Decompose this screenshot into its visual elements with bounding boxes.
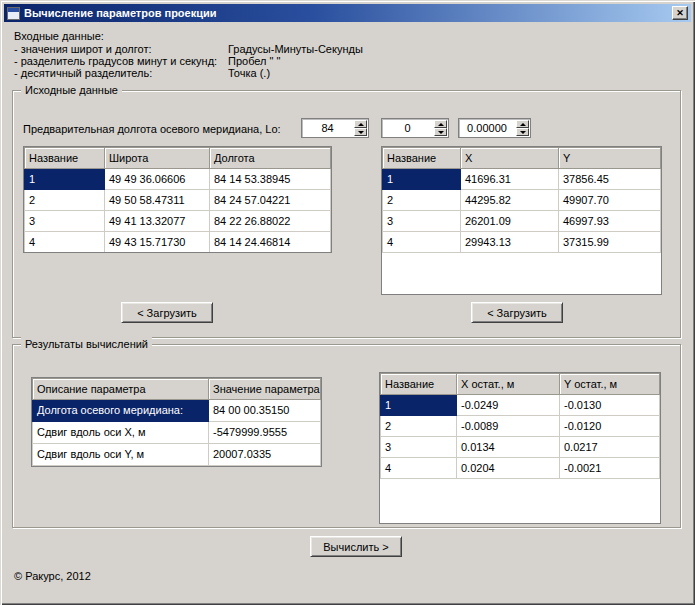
cell[interactable]: 3 bbox=[383, 211, 461, 232]
cell[interactable]: 0.0204 bbox=[457, 458, 560, 479]
cell[interactable]: 37315.99 bbox=[559, 232, 661, 253]
spinner-down-button[interactable] bbox=[434, 128, 447, 136]
cell[interactable]: 4 bbox=[383, 232, 461, 253]
cell[interactable]: 44295.82 bbox=[461, 190, 559, 211]
cell[interactable]: 49 43 15.71730 bbox=[105, 232, 210, 253]
cell[interactable]: 49 41 13.32077 bbox=[105, 211, 210, 232]
table-row[interactable]: Сдвиг вдоль оси Y, м 20007.0335 bbox=[33, 444, 321, 466]
lo-degrees-value[interactable]: 84 bbox=[302, 119, 353, 137]
title-bar[interactable]: Вычисление параметров проекции ✕ bbox=[4, 4, 691, 22]
cell[interactable]: 4 bbox=[25, 232, 105, 253]
table-row[interactable]: 2 49 50 58.47311 84 24 57.04221 bbox=[25, 190, 331, 211]
table-header-row: Название Широта Долгота bbox=[25, 148, 331, 169]
cell[interactable]: Сдвиг вдоль оси X, м bbox=[33, 422, 209, 444]
cell-selected[interactable]: Долгота осевого меридиана: bbox=[33, 400, 209, 422]
column-header[interactable]: Долгота bbox=[210, 148, 331, 169]
table-row[interactable]: 2 44295.82 49907.70 bbox=[383, 190, 661, 211]
cell[interactable]: 3 bbox=[25, 211, 105, 232]
column-header[interactable]: Описание параметра bbox=[33, 379, 209, 400]
table-row[interactable]: 4 0.0204 -0.0021 bbox=[381, 458, 660, 479]
close-button[interactable]: ✕ bbox=[672, 6, 688, 20]
table-row[interactable]: 2 -0.0089 -0.0120 bbox=[381, 416, 660, 437]
xy-coordinates-table[interactable]: Название X Y 1 41696.31 37856.45 2 44295… bbox=[381, 146, 662, 295]
cell[interactable]: 49 50 58.47311 bbox=[105, 190, 210, 211]
cell[interactable]: 0.0217 bbox=[560, 437, 660, 458]
cell[interactable]: 37856.45 bbox=[559, 169, 661, 190]
table-row[interactable]: Долгота осевого меридиана: 84 00 00.3515… bbox=[33, 400, 321, 422]
cell[interactable]: -0.0021 bbox=[560, 458, 660, 479]
table-header-row: Описание параметра Значение параметра bbox=[33, 379, 321, 400]
cell[interactable]: 49907.70 bbox=[559, 190, 661, 211]
info-value: Пробел " " bbox=[228, 55, 280, 67]
cell[interactable]: -0.0249 bbox=[457, 395, 560, 416]
load-geo-button[interactable]: < Загрузить bbox=[121, 302, 213, 323]
cell-selected[interactable]: 1 bbox=[25, 169, 105, 190]
info-line: - значения широт и долгот: Градусы-Минут… bbox=[14, 43, 634, 55]
cell[interactable]: -0.0130 bbox=[560, 395, 660, 416]
column-header[interactable]: Широта bbox=[105, 148, 210, 169]
triangle-down-icon bbox=[520, 131, 526, 134]
info-line: - разделитель градусов минут и секунд: П… bbox=[14, 55, 634, 67]
cell[interactable]: 41696.31 bbox=[461, 169, 559, 190]
column-header[interactable]: X bbox=[461, 148, 559, 169]
spinner-buttons bbox=[433, 119, 448, 137]
lo-seconds-spinner[interactable]: 0.00000 bbox=[458, 118, 531, 138]
table-row[interactable]: 3 26201.09 46997.93 bbox=[383, 211, 661, 232]
cell[interactable]: Сдвиг вдоль оси Y, м bbox=[33, 444, 209, 466]
copyright-text: © Ракурс, 2012 bbox=[14, 570, 91, 582]
cell[interactable]: 29943.13 bbox=[461, 232, 559, 253]
lo-minutes-spinner[interactable]: 0 bbox=[381, 118, 449, 138]
cell[interactable]: 2 bbox=[383, 190, 461, 211]
dialog-window: Вычисление параметров проекции ✕ Входные… bbox=[0, 0, 695, 605]
table-row[interactable]: 4 29943.13 37315.99 bbox=[383, 232, 661, 253]
cell[interactable]: -0.0089 bbox=[457, 416, 560, 437]
cell[interactable]: 20007.0335 bbox=[209, 444, 321, 466]
table-row[interactable]: 1 41696.31 37856.45 bbox=[383, 169, 661, 190]
cell[interactable]: 84 22 26.88022 bbox=[210, 211, 331, 232]
cell[interactable]: 26201.09 bbox=[461, 211, 559, 232]
table-row[interactable]: 3 49 41 13.32077 84 22 26.88022 bbox=[25, 211, 331, 232]
spinner-down-button[interactable] bbox=[516, 128, 529, 136]
spinner-up-button[interactable] bbox=[516, 120, 529, 128]
cell[interactable]: 2 bbox=[25, 190, 105, 211]
column-header[interactable]: Значение параметра bbox=[209, 379, 321, 400]
column-header[interactable]: Название bbox=[383, 148, 461, 169]
parameters-table[interactable]: Описание параметра Значение параметра До… bbox=[31, 377, 322, 467]
column-header[interactable]: Y остат., м bbox=[560, 374, 660, 395]
cell[interactable]: 2 bbox=[381, 416, 457, 437]
column-header[interactable]: Название bbox=[381, 374, 457, 395]
cell[interactable]: -5479999.9555 bbox=[209, 422, 321, 444]
cell[interactable]: 84 14 53.38945 bbox=[210, 169, 331, 190]
cell[interactable]: 0.0134 bbox=[457, 437, 560, 458]
lo-seconds-value[interactable]: 0.00000 bbox=[459, 119, 515, 137]
cell[interactable]: 3 bbox=[381, 437, 457, 458]
info-value: Точка (.) bbox=[228, 67, 270, 79]
table-row[interactable]: 1 -0.0249 -0.0130 bbox=[381, 395, 660, 416]
cell[interactable]: 46997.93 bbox=[559, 211, 661, 232]
cell[interactable]: 84 14 24.46814 bbox=[210, 232, 331, 253]
table-row[interactable]: Сдвиг вдоль оси X, м -5479999.9555 bbox=[33, 422, 321, 444]
table-row[interactable]: 1 49 49 36.06606 84 14 53.38945 bbox=[25, 169, 331, 190]
cell-selected[interactable]: 1 bbox=[383, 169, 461, 190]
compute-button[interactable]: Вычислить > bbox=[310, 536, 402, 557]
column-header[interactable]: Название bbox=[25, 148, 105, 169]
cell-selected[interactable]: 1 bbox=[381, 395, 457, 416]
column-header[interactable]: Y bbox=[559, 148, 661, 169]
cell[interactable]: -0.0120 bbox=[560, 416, 660, 437]
table-row[interactable]: 3 0.0134 0.0217 bbox=[381, 437, 660, 458]
load-xy-button[interactable]: < Загрузить bbox=[471, 302, 563, 323]
lo-minutes-value[interactable]: 0 bbox=[382, 119, 433, 137]
cell[interactable]: 84 00 00.35150 bbox=[209, 400, 321, 422]
cell[interactable]: 84 24 57.04221 bbox=[210, 190, 331, 211]
cell[interactable]: 49 49 36.06606 bbox=[105, 169, 210, 190]
results-group: Результаты вычислений Описание параметра… bbox=[12, 344, 681, 528]
cell[interactable]: 4 bbox=[381, 458, 457, 479]
table-row[interactable]: 4 49 43 15.71730 84 14 24.46814 bbox=[25, 232, 331, 253]
geo-coordinates-table[interactable]: Название Широта Долгота 1 49 49 36.06606… bbox=[23, 146, 332, 253]
lo-degrees-spinner[interactable]: 84 bbox=[301, 118, 369, 138]
spinner-up-button[interactable] bbox=[434, 120, 447, 128]
column-header[interactable]: X остат., м bbox=[457, 374, 560, 395]
spinner-down-button[interactable] bbox=[354, 128, 367, 136]
residuals-table[interactable]: Название X остат., м Y остат., м 1 -0.02… bbox=[379, 372, 661, 524]
spinner-up-button[interactable] bbox=[354, 120, 367, 128]
